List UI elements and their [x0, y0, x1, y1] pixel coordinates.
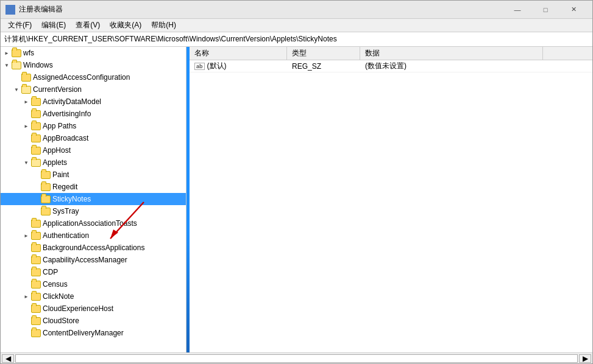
menu-item-edit[interactable]: 编辑(E)	[37, 19, 71, 32]
ab-icon: ab	[194, 63, 205, 70]
tree-toggle-capabilityaccessmanager[interactable]	[21, 255, 31, 265]
folder-icon-clicknote	[31, 293, 41, 301]
horizontal-scrollbar[interactable]	[15, 354, 578, 363]
values-row-0[interactable]: ab(默认)REG_SZ(数值未设置)	[190, 60, 592, 72]
tree-node-clicknote[interactable]: ►ClickNote	[1, 290, 186, 303]
folder-icon-stickynotes	[41, 195, 51, 203]
tree-panel[interactable]: ►wfs▼WindowsAssignedAccessConfiguration▼…	[1, 47, 186, 352]
col-header-data[interactable]: 数据	[360, 47, 543, 60]
folder-icon-apppaths	[31, 122, 41, 130]
tree-toggle-authentication[interactable]: ►	[21, 231, 31, 240]
menu-item-help[interactable]: 帮助(H)	[146, 19, 181, 32]
cell-data-0: (数值未设置)	[360, 60, 592, 72]
registry-editor-window: 注册表编辑器 — □ ✕ 文件(F)编辑(E)查看(V)收藏夹(A)帮助(H) …	[0, 0, 593, 364]
scroll-right-btn[interactable]: ▶	[579, 354, 591, 363]
tree-toggle-applicationassociationtoasts[interactable]	[21, 219, 31, 228]
folder-icon-capabilityaccessmanager	[31, 256, 41, 264]
tree-node-activitydatamodel[interactable]: ►ActivityDataModel	[1, 96, 186, 108]
tree-node-contentdeliverymanager[interactable]: ContentDeliveryManager	[1, 327, 186, 339]
tree-toggle-windows[interactable]: ▼	[2, 60, 12, 70]
tree-node-cloudstore[interactable]: CloudStore	[1, 315, 186, 327]
tree-toggle-wfs[interactable]: ►	[2, 48, 12, 58]
tree-label-advertisinginfo: AdvertisingInfo	[43, 110, 91, 118]
tree-toggle-apphost[interactable]	[21, 145, 31, 155]
tree-toggle-regedit[interactable]	[31, 182, 41, 192]
col-header-name[interactable]: 名称	[190, 47, 287, 60]
folder-icon-wfs	[12, 49, 21, 57]
tree-toggle-backgroundaccessapplications[interactable]	[21, 243, 31, 253]
tree-label-authentication: Authentication	[43, 231, 89, 240]
menu-item-view[interactable]: 查看(V)	[71, 19, 105, 32]
folder-icon-cloudexperiencehost	[31, 305, 41, 313]
address-bar: 计算机\HKEY_CURRENT_USER\SOFTWARE\Microsoft…	[1, 32, 592, 47]
menu-item-favorites[interactable]: 收藏夹(A)	[105, 19, 146, 32]
svg-rect-1	[11, 6, 14, 9]
tree-node-applets[interactable]: ▼Applets	[1, 156, 186, 169]
tree-node-backgroundaccessapplications[interactable]: BackgroundAccessApplications	[1, 242, 186, 254]
values-panel: 名称类型数据 ab(默认)REG_SZ(数值未设置)	[190, 47, 592, 352]
tree-node-applicationassociationtoasts[interactable]: ApplicationAssociationToasts	[1, 217, 186, 229]
tree-toggle-cloudstore[interactable]	[21, 316, 31, 326]
col-header-type[interactable]: 类型	[287, 47, 360, 60]
tree-label-cloudexperiencehost: CloudExperienceHost	[43, 304, 113, 313]
close-button[interactable]: ✕	[559, 1, 588, 19]
address-path: 计算机\HKEY_CURRENT_USER\SOFTWARE\Microsoft…	[4, 34, 337, 44]
tree-toggle-activitydatamodel[interactable]: ►	[21, 97, 31, 107]
tree-node-cdp[interactable]: CDP	[1, 266, 186, 278]
tree-label-cdp: CDP	[43, 268, 58, 276]
tree-toggle-census[interactable]	[21, 279, 31, 289]
tree-node-stickynotes[interactable]: StickyNotes	[1, 193, 186, 205]
name-text-0: (默认)	[207, 61, 227, 71]
folder-icon-currentversion	[21, 86, 31, 94]
tree-node-capabilityaccessmanager[interactable]: CapabilityAccessManager	[1, 254, 186, 266]
tree-node-cloudexperiencehost[interactable]: CloudExperienceHost	[1, 303, 186, 315]
tree-label-appbroadcast: AppBroadcast	[43, 134, 88, 142]
bottom-bar: ◀ ▶	[1, 352, 592, 363]
tree-node-census[interactable]: Census	[1, 278, 186, 290]
tree-node-windows[interactable]: ▼Windows	[1, 59, 186, 71]
tree-toggle-clicknote[interactable]: ►	[21, 292, 31, 301]
tree-toggle-cloudexperiencehost[interactable]	[21, 304, 31, 313]
tree-node-assignedaccess[interactable]: AssignedAccessConfiguration	[1, 71, 186, 83]
tree-toggle-stickynotes[interactable]	[31, 194, 41, 204]
tree-toggle-advertisinginfo[interactable]	[21, 109, 31, 119]
tree-label-applets: Applets	[43, 158, 67, 167]
folder-icon-authentication	[31, 232, 41, 240]
svg-rect-3	[11, 10, 14, 13]
tree-label-capabilityaccessmanager: CapabilityAccessManager	[43, 256, 127, 264]
maximize-button[interactable]: □	[531, 1, 559, 19]
tree-toggle-assignedaccess[interactable]	[12, 72, 21, 82]
tree-toggle-apppaths[interactable]: ►	[21, 121, 31, 131]
folder-icon-advertisinginfo	[31, 110, 41, 118]
tree-node-wfs[interactable]: ►wfs	[1, 47, 186, 59]
tree-label-backgroundaccessapplications: BackgroundAccessApplications	[43, 243, 144, 252]
tree-node-paint[interactable]: Paint	[1, 169, 186, 181]
tree-node-regedit[interactable]: Regedit	[1, 181, 186, 193]
tree-label-apphost: AppHost	[43, 146, 71, 155]
tree-toggle-applets[interactable]: ▼	[21, 158, 31, 167]
tree-node-appbroadcast[interactable]: AppBroadcast	[1, 132, 186, 144]
tree-node-authentication[interactable]: ►Authentication	[1, 229, 186, 242]
tree-node-advertisinginfo[interactable]: AdvertisingInfo	[1, 108, 186, 120]
folder-icon-cloudstore	[31, 317, 41, 325]
values-header: 名称类型数据	[190, 47, 592, 60]
svg-rect-0	[7, 6, 10, 9]
tree-node-apphost[interactable]: AppHost	[1, 144, 186, 156]
tree-label-cloudstore: CloudStore	[43, 317, 79, 325]
tree-node-apppaths[interactable]: ►App Paths	[1, 120, 186, 132]
minimize-button[interactable]: —	[503, 1, 531, 19]
tree-toggle-paint[interactable]	[31, 170, 41, 180]
tree-label-wfs: wfs	[23, 49, 34, 57]
tree-label-systray: SysTray	[52, 207, 79, 215]
tree-label-clicknote: ClickNote	[43, 292, 74, 301]
tree-label-paint: Paint	[52, 170, 69, 179]
tree-node-currentversion[interactable]: ▼CurrentVersion	[1, 83, 186, 96]
tree-node-systray[interactable]: SysTray	[1, 205, 186, 217]
scroll-left-btn[interactable]: ◀	[2, 354, 14, 363]
tree-toggle-cdp[interactable]	[21, 267, 31, 277]
tree-toggle-currentversion[interactable]: ▼	[12, 85, 21, 94]
menu-item-file[interactable]: 文件(F)	[3, 19, 37, 32]
tree-toggle-contentdeliverymanager[interactable]	[21, 328, 31, 338]
tree-toggle-systray[interactable]	[31, 206, 41, 216]
tree-toggle-appbroadcast[interactable]	[21, 133, 31, 143]
